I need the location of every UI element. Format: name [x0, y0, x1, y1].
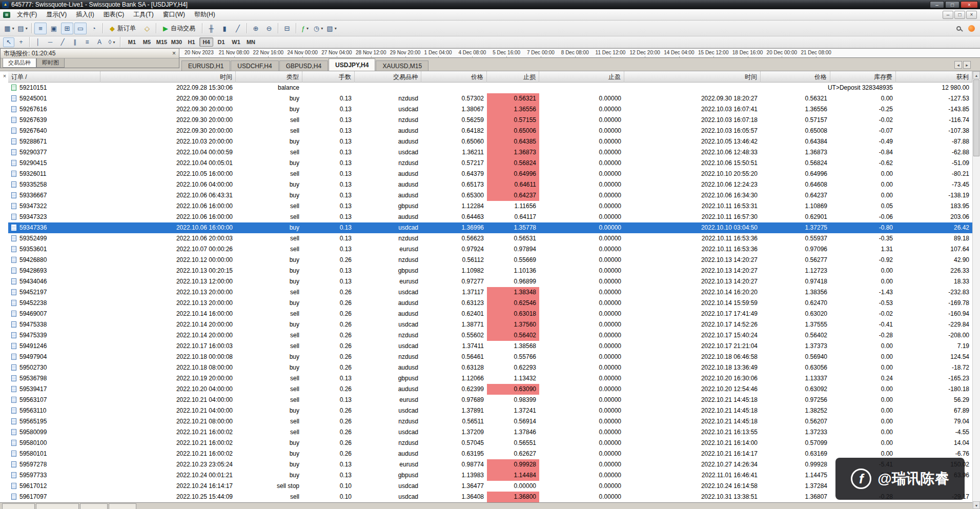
table-row[interactable]: 595977332022.10.24 00:01:21buy0.13gbpusd… [8, 470, 972, 481]
table-row[interactable]: 592904152022.10.04 00:05:01buy0.13nzdusd… [8, 158, 972, 169]
timeframe-m15[interactable]: M15 [155, 37, 169, 47]
chart-line-button[interactable]: ╱ [232, 23, 244, 34]
table-row[interactable]: 592676392022.09.30 20:00:00sell0.13nzdus… [8, 115, 972, 126]
chart-tabs-scroll-right-icon[interactable]: ▸ [963, 61, 971, 69]
terminal-tab-stub[interactable] [80, 503, 108, 509]
table-row[interactable]: 595801012022.10.21 16:00:02buy0.26audusd… [8, 449, 972, 459]
table-row[interactable]: 593260112022.10.05 16:00:00sell0.13audus… [8, 169, 972, 179]
chart-tab[interactable]: XAUUSD,M15 [376, 60, 428, 71]
menu-help[interactable]: 帮助(H) [190, 10, 220, 19]
maximize-button[interactable]: □ [945, 1, 959, 8]
search-icon[interactable] [956, 26, 963, 31]
timeframe-h4[interactable]: H4 [199, 37, 213, 47]
table-row[interactable]: 595651952022.10.21 08:00:00sell0.26nzdus… [8, 416, 972, 427]
table-row[interactable]: 595394172022.10.20 04:00:00sell0.26audus… [8, 384, 972, 395]
terminal-tab-stub[interactable] [2, 503, 35, 509]
table-row[interactable]: 594690072022.10.14 16:00:00sell0.26audus… [8, 309, 972, 319]
market-watch-tab[interactable]: 交易品种 [3, 58, 36, 68]
table-row[interactable]: 594522382022.10.13 20:00:00buy0.26audusd… [8, 298, 972, 309]
table-row[interactable]: 592903772022.10.04 00:00:59sell0.13usdca… [8, 147, 972, 158]
timeframe-d1[interactable]: D1 [214, 37, 228, 47]
data-window-toggle[interactable]: ▣ [48, 23, 60, 34]
trendline-tool[interactable]: ╱ [57, 37, 68, 47]
zoom-in-button[interactable]: ⊕ [250, 23, 262, 34]
autotrading-button[interactable]: ▶自动交易 [159, 23, 199, 34]
channel-tool[interactable]: ∥ [69, 37, 80, 47]
new-chart-button[interactable]: ▦▾ [3, 23, 15, 34]
timeframe-w1[interactable]: W1 [229, 37, 243, 47]
chart-tab[interactable]: GBPUSD,H4 [279, 60, 328, 71]
table-row[interactable]: 595027302022.10.18 08:00:00buy0.26audusd… [8, 362, 972, 373]
market-watch-tab[interactable]: 即时图 [36, 58, 65, 68]
table-row[interactable]: 595631102022.10.21 04:00:00buy0.26usdcad… [8, 405, 972, 416]
vertical-scrollbar[interactable]: ▲ ▼ [972, 71, 980, 509]
table-row[interactable]: 592101512022.09.28 15:30:06balanceUT>Dep… [8, 83, 972, 93]
timeframe-h1[interactable]: H1 [185, 37, 198, 47]
table-row[interactable]: 594753382022.10.14 20:00:00buy0.26usdcad… [8, 319, 972, 330]
chart-tab[interactable]: EURUSD,H1 [181, 60, 230, 71]
profiles-button[interactable]: ▤▾ [16, 23, 29, 34]
table-row[interactable]: 592450012022.09.30 00:00:18buy0.13nzdusd… [8, 93, 972, 104]
chart-restore-button[interactable]: □ [954, 11, 965, 19]
menu-window[interactable]: 窗口(W) [158, 10, 190, 19]
scrollbar-thumb[interactable] [973, 79, 979, 156]
vertical-line-tool[interactable]: │ [32, 37, 44, 47]
chart-close-button[interactable]: × [966, 11, 977, 19]
fibonacci-tool[interactable]: ≡ [81, 37, 93, 47]
new-order-button[interactable]: ◆新订单 [106, 23, 140, 34]
table-row[interactable]: 593524992022.10.06 20:00:03sell0.13nzdus… [8, 233, 972, 244]
terminal-tab-stub[interactable] [36, 503, 79, 509]
table-row[interactable]: 596170122022.10.24 16:14:17sell stop0.10… [8, 481, 972, 492]
table-row[interactable]: 594753392022.10.14 20:00:00sell0.26nzdus… [8, 330, 972, 341]
terminal-tab-stub[interactable] [109, 503, 136, 509]
table-row[interactable]: 593473362022.10.06 16:00:00buy0.13usdcad… [8, 222, 972, 233]
minimize-button[interactable]: – [930, 1, 944, 8]
table-row[interactable]: 592676162022.09.30 20:00:00buy0.13usdcad… [8, 104, 972, 115]
indicators-button[interactable]: ƒ▾ [299, 23, 311, 34]
table-row[interactable]: 593352582022.10.06 04:00:00buy0.13audusd… [8, 179, 972, 190]
chart-candles-button[interactable]: ▮ [218, 23, 231, 34]
table-row[interactable]: 592886712022.10.03 20:00:00buy0.13audusd… [8, 136, 972, 147]
navigator-toggle[interactable]: ⊞ [61, 23, 73, 34]
table-row[interactable]: 594286932022.10.13 00:20:15buy0.13gbpusd… [8, 266, 972, 276]
table-row[interactable]: 594521972022.10.13 20:00:00sell0.26usdca… [8, 287, 972, 298]
zoom-out-button[interactable]: ⊖ [263, 23, 275, 34]
notification-icon[interactable] [968, 25, 975, 32]
table-row[interactable]: 595972782022.10.23 23:05:24buy0.13eurusd… [8, 459, 972, 470]
templates-button[interactable]: ▧▾ [325, 23, 338, 34]
horizontal-line-tool[interactable]: ─ [45, 37, 56, 47]
panel-close-icon[interactable]: × [2, 73, 8, 79]
table-row[interactable]: 595801002022.10.21 16:00:02buy0.26nzdusd… [8, 438, 972, 449]
timeframe-m5[interactable]: M5 [140, 37, 154, 47]
table-row[interactable]: 592676402022.09.30 20:00:00sell0.13audus… [8, 126, 972, 136]
crosshair-tool[interactable]: + [15, 37, 27, 47]
table-row[interactable]: 593536012022.10.07 00:00:26sell0.13eurus… [8, 244, 972, 255]
table-row[interactable]: 593473232022.10.06 16:00:00sell0.13audus… [8, 212, 972, 222]
scroll-up-button[interactable]: ▲ [973, 71, 980, 79]
timeframe-m1[interactable]: M1 [125, 37, 139, 47]
periods-button[interactable]: ◷▾ [312, 23, 324, 34]
table-row[interactable]: 594268802022.10.12 00:00:00buy0.26nzdusd… [8, 255, 972, 266]
table-row[interactable]: 596170972022.10.25 15:44:09sell0.10usdca… [8, 492, 972, 502]
chart-bars-button[interactable]: ╫ [205, 23, 217, 34]
table-row[interactable]: 594912462022.10.17 16:00:03sell0.26usdca… [8, 341, 972, 352]
scroll-down-button[interactable]: ▼ [973, 501, 980, 509]
chart-tabs-scroll-left-icon[interactable]: ◂ [954, 61, 962, 69]
market-watch-close-icon[interactable]: × [172, 50, 176, 57]
timeframe-m30[interactable]: M30 [170, 37, 183, 47]
timeframe-mn[interactable]: MN [244, 37, 258, 47]
market-watch-toggle[interactable]: ≡ [34, 23, 47, 34]
arrows-tool[interactable]: ◊▾ [106, 37, 117, 47]
menu-charts[interactable]: 图表(C) [99, 10, 129, 19]
cursor-tool[interactable]: ↖ [3, 37, 14, 47]
table-row[interactable]: 595631072022.10.21 04:00:00sell0.13eurus… [8, 395, 972, 405]
menu-insert[interactable]: 插入(I) [71, 10, 98, 19]
table-row[interactable]: 594979042022.10.18 00:00:08buy0.26nzdusd… [8, 352, 972, 362]
metaeditor-button[interactable]: ◇ [141, 23, 153, 34]
menu-view[interactable]: 显示(V) [42, 10, 71, 19]
table-row[interactable]: 594340462022.10.13 12:00:00buy0.13eurusd… [8, 276, 972, 287]
text-tool[interactable]: A [94, 37, 105, 47]
strategy-tester-toggle[interactable]: ◔ [88, 23, 100, 34]
chart-tab[interactable]: USDJPY,H4 [329, 58, 375, 71]
terminal-toggle[interactable]: ▭ [74, 23, 87, 34]
